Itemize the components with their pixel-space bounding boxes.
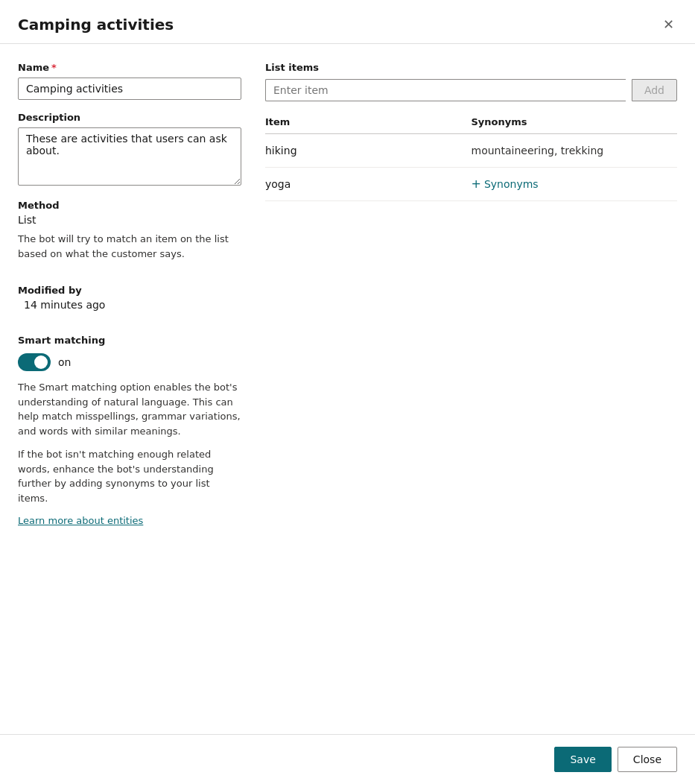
left-panel: Name * Description Method List The bot w…	[18, 62, 241, 716]
modified-label: Modified by	[18, 285, 241, 296]
cell-synonyms: mountaineering, trekking	[472, 145, 678, 157]
add-synonyms-button[interactable]: + Synonyms	[472, 178, 539, 190]
table-row: hiking mountaineering, trekking	[265, 134, 677, 168]
learn-more-link[interactable]: Learn more about entities	[18, 515, 143, 526]
header-close-button[interactable]: ✕	[660, 15, 677, 34]
right-panel: List items Add Item Synonyms hiking moun…	[265, 62, 677, 716]
save-button[interactable]: Save	[554, 747, 611, 772]
table-row: yoga + Synonyms	[265, 168, 677, 201]
name-field-group: Name *	[18, 62, 241, 100]
description-label: Description	[18, 112, 241, 123]
modified-field-group: Modified by 14 minutes ago	[18, 285, 241, 323]
cell-item: yoga	[265, 178, 472, 190]
smart-matching-toggle[interactable]	[18, 353, 51, 371]
name-label: Name *	[18, 62, 241, 73]
add-item-button[interactable]: Add	[632, 79, 677, 101]
smart-matching-label: Smart matching	[18, 335, 241, 346]
method-field-group: Method List The bot will try to match an…	[18, 200, 241, 273]
required-indicator: *	[51, 62, 57, 73]
column-header-item: Item	[265, 116, 472, 127]
close-icon: ✕	[663, 18, 674, 31]
description-field-group: Description	[18, 112, 241, 188]
smart-matching-field-group: Smart matching on The Smart matching opt…	[18, 335, 241, 526]
entity-dialog: Camping activities ✕ Name * Description …	[0, 0, 695, 784]
method-description: The bot will try to match an item on the…	[18, 232, 241, 261]
method-label: Method	[18, 200, 241, 211]
modified-value: 14 minutes ago	[18, 299, 241, 311]
toggle-row: on	[18, 353, 241, 371]
description-input[interactable]	[18, 127, 241, 186]
dialog-header: Camping activities ✕	[0, 0, 695, 44]
dialog-body: Name * Description Method List The bot w…	[0, 44, 695, 734]
dialog-footer: Save Close	[0, 734, 695, 784]
cell-synonyms-add: + Synonyms	[472, 178, 678, 190]
smart-matching-description-2: If the bot isn't matching enough related…	[18, 447, 241, 505]
table-header: Item Synonyms	[265, 116, 677, 134]
smart-matching-description-1: The Smart matching option enables the bo…	[18, 380, 241, 438]
method-value: List	[18, 214, 241, 226]
add-synonyms-label: Synonyms	[484, 178, 539, 190]
name-input[interactable]	[18, 78, 241, 100]
enter-item-input[interactable]	[265, 79, 626, 101]
plus-icon: +	[472, 178, 481, 190]
add-item-row: Add	[265, 79, 677, 101]
toggle-slider	[18, 353, 51, 371]
dialog-title: Camping activities	[18, 16, 174, 34]
cell-item: hiking	[265, 145, 472, 157]
list-items-label: List items	[265, 62, 677, 73]
column-header-synonyms: Synonyms	[472, 116, 678, 127]
close-button[interactable]: Close	[618, 747, 677, 772]
toggle-state-label: on	[58, 356, 71, 368]
